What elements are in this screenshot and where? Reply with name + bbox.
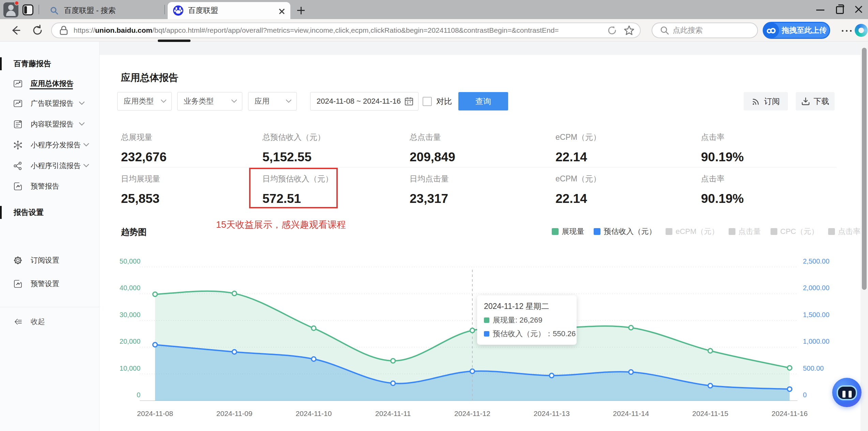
legend-swatch (552, 228, 559, 235)
svg-text:2024-11-14: 2024-11-14 (613, 410, 649, 417)
query-button[interactable]: 查询 (458, 92, 508, 110)
close-button[interactable] (849, 0, 868, 19)
sidebar-collapse-button[interactable]: 收起 (0, 311, 100, 332)
tooltip-income: 预估收入（元）：550.26 (484, 329, 570, 339)
biz-type-select[interactable]: 业务类型 (177, 92, 242, 110)
more-menu-icon[interactable] (840, 27, 854, 34)
close-tab-icon[interactable] (277, 7, 286, 16)
share-icon (13, 161, 22, 170)
date-range-picker[interactable]: 2024-11-08 ~ 2024-11-16 (310, 92, 418, 110)
svg-text:2024-11-16: 2024-11-16 (772, 410, 808, 417)
tooltip-date: 2024-11-12 星期二 (484, 301, 570, 312)
sidebar-item-miniapp-referral-report[interactable]: 小程序引流报告 (0, 155, 100, 176)
url-bar[interactable]: https://union.baidu.com/bqt/appco.html#/… (51, 23, 641, 38)
report-chart-icon (13, 79, 22, 88)
robot-face-icon (837, 385, 857, 400)
chevron-down-icon (286, 99, 292, 103)
favorite-star-icon[interactable] (624, 25, 635, 36)
subscribe-label: 订阅 (764, 96, 780, 107)
svg-text:40,000: 40,000 (120, 284, 140, 292)
svg-text:20,000: 20,000 (120, 338, 140, 345)
tab-group-indicator (158, 40, 191, 42)
restore-button[interactable] (830, 0, 849, 19)
date-range-value: 2024-11-08 ~ 2024-11-16 (317, 97, 401, 106)
back-icon[interactable] (10, 24, 22, 36)
copilot-icon[interactable] (855, 24, 868, 37)
chevron-down-icon (78, 101, 85, 106)
refresh-icon[interactable] (31, 24, 44, 36)
gear-icon (13, 256, 22, 265)
sidebar-item-label: 预警设置 (31, 279, 59, 288)
stats-divider (121, 167, 837, 167)
sidebar-item-miniapp-distribution-report[interactable]: 小程序分发报告 (0, 134, 100, 155)
app-select[interactable]: 应用 (248, 92, 297, 110)
svg-text:2024-11-11: 2024-11-11 (375, 410, 411, 417)
legend-clicks[interactable]: 点击量 (729, 226, 761, 237)
app-type-select[interactable]: 应用类型 (117, 92, 172, 110)
search-input[interactable]: 点此搜索 (652, 23, 758, 38)
legend-cpc[interactable]: CPC（元） (771, 226, 819, 237)
page-content: 百青藤报告 应用总体报告 广告联盟报告 (0, 42, 868, 431)
search-favicon-icon (49, 5, 59, 16)
new-tab-icon[interactable] (296, 5, 306, 16)
stat-ecpm-daily: eCPM（元）22.14 (555, 174, 601, 206)
chart-legend: 展现量 预估收入（元） eCPM（元） 点击量 CPC（元） 点击率 (542, 226, 861, 237)
svg-text:0: 0 (803, 391, 807, 399)
legend-ctr[interactable]: 点击率 (828, 226, 861, 237)
calendar-icon (405, 97, 413, 106)
sidebar-section-settings: 报告设置 (14, 206, 44, 219)
url-text: https://union.baidu.com/bqt/appco.html#/… (74, 26, 607, 34)
sidebar-item-alert-report[interactable]: 预警报告 (0, 176, 100, 197)
svg-text:2024-11-08: 2024-11-08 (137, 410, 173, 417)
sidebar-item-content-union-report[interactable]: 内容联盟报告 (0, 114, 100, 135)
tab-title: 百度联盟 - 搜索 (64, 5, 116, 16)
search-placeholder: 点此搜索 (673, 25, 703, 35)
document-report-icon (13, 120, 22, 129)
subscribe-button[interactable]: 订阅 (744, 92, 788, 110)
tab-title: 百度联盟 (188, 5, 218, 16)
tab-actions-icon[interactable] (22, 4, 33, 15)
legend-label: CPC（元） (780, 226, 819, 237)
sidebar-item-app-overall-report[interactable]: 应用总体报告 (0, 73, 100, 94)
select-value: 业务类型 (184, 96, 214, 106)
assistant-robot-button[interactable] (832, 378, 862, 407)
baidu-favicon-icon (173, 5, 183, 16)
sidebar-item-alert-settings[interactable]: 预警设置 (0, 273, 100, 294)
sidebar-divider (0, 307, 100, 307)
sidebar-item-subscribe-settings[interactable]: 订阅设置 (0, 250, 100, 271)
titlebar: 百度联盟 - 搜索 百度联盟 (0, 0, 868, 19)
minimize-button[interactable] (811, 0, 830, 19)
download-button[interactable]: 下载 (796, 92, 835, 110)
scrollbar-thumb[interactable] (862, 48, 867, 290)
red-annotation-text: 15天收益展示，感兴趣观看课程 (216, 219, 346, 231)
trend-chart[interactable]: 0010,000500.0020,0001,000.0030,0001,500.… (116, 252, 868, 426)
legend-label: 预估收入（元） (604, 226, 656, 237)
sidebar-item-label: 小程序引流报告 (31, 161, 81, 170)
chevron-down-icon (231, 99, 237, 103)
tab-baidu-union-active[interactable]: 百度联盟 (168, 2, 290, 19)
netdisk-upload-button[interactable]: 拖拽至此上传 (763, 22, 830, 39)
contrast-checkbox[interactable] (423, 97, 432, 106)
collapse-left-icon (13, 317, 22, 326)
scrollbar-track[interactable] (861, 42, 868, 431)
upload-button-label: 拖拽至此上传 (782, 25, 827, 35)
svg-text:1,000.00: 1,000.00 (803, 338, 829, 345)
legend-label: eCPM（元） (675, 226, 719, 237)
report-chart-icon (13, 99, 22, 108)
legend-label: 点击量 (738, 226, 761, 237)
legend-income[interactable]: 预估收入（元） (594, 226, 656, 237)
chart-title: 趋势图 (121, 226, 147, 238)
tab-baidu-union-search[interactable]: 百度联盟 - 搜索 (44, 2, 164, 19)
avatar-icon-body (6, 11, 16, 16)
tooltip-swatch-blue (484, 331, 489, 337)
svg-text:30,000: 30,000 (120, 311, 140, 318)
legend-impressions[interactable]: 展现量 (552, 226, 584, 237)
sidebar: 百青藤报告 应用总体报告 广告联盟报告 (0, 42, 100, 431)
svg-text:2024-11-10: 2024-11-10 (296, 410, 332, 417)
section-marker (0, 206, 2, 219)
sidebar-item-ad-union-report[interactable]: 广告联盟报告 (0, 93, 100, 114)
reload-circle-icon[interactable] (607, 25, 618, 36)
legend-ecpm[interactable]: eCPM（元） (666, 226, 719, 237)
section-marker (0, 57, 2, 70)
svg-text:500.00: 500.00 (803, 365, 824, 372)
